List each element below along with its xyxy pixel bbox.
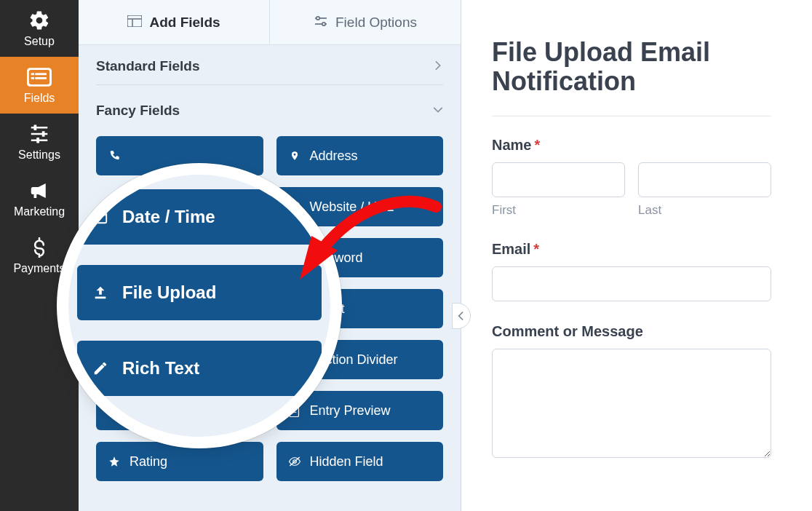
divider-icon [288, 353, 301, 366]
tile-label: Rating [130, 454, 167, 470]
sidebar-item-settings[interactable]: Settings [0, 114, 79, 170]
sidebar-item-setup[interactable]: Setup [0, 0, 79, 57]
star-icon [108, 455, 121, 468]
svg-rect-5 [35, 77, 47, 79]
chevron-down-icon [433, 103, 443, 119]
field-tile-layout[interactable]: Layout [276, 289, 444, 328]
field-tile-hidden[interactable]: Hidden Field [276, 442, 444, 481]
form-preview: File Upload Email Notification Name* Fir… [461, 0, 812, 511]
grid-icon [127, 15, 142, 31]
tab-label: Add Fields [149, 15, 220, 31]
tile-label: Hidden Field [310, 454, 383, 470]
sidebar-item-payments[interactable]: Payments [0, 227, 79, 284]
field-tile-password[interactable]: Password [276, 238, 444, 277]
sublabel-first: First [492, 203, 625, 218]
group-fancy-fields[interactable]: Fancy Fields [96, 90, 443, 129]
label-comment: Comment or Message [492, 323, 771, 340]
tile-label: Password [288, 250, 363, 266]
form-title: File Upload Email Notification [492, 38, 771, 97]
group-standard-fields[interactable]: Standard Fields [96, 45, 443, 84]
sidebar-item-label: Marketing [14, 205, 65, 218]
gear-icon [27, 10, 52, 31]
eye-off-icon [288, 455, 301, 468]
svg-rect-6 [31, 127, 48, 129]
sublabel-last: Last [638, 203, 771, 218]
builder-sidebar: Setup Fields Settings Marketing Payments [0, 0, 79, 511]
sliders-icon [27, 124, 52, 144]
code-icon [108, 404, 121, 417]
svg-rect-2 [31, 73, 34, 75]
tile-label: Address [310, 148, 358, 164]
pin-icon [288, 149, 301, 162]
sidebar-item-fields[interactable]: Fields [0, 57, 79, 114]
required-indicator: * [534, 137, 540, 153]
svg-rect-7 [31, 133, 48, 135]
tab-add-fields[interactable]: Add Fields [79, 0, 269, 44]
field-tile-entry-preview[interactable]: Entry Preview [276, 391, 444, 430]
svg-point-18 [322, 22, 325, 25]
input-first-name[interactable] [492, 162, 625, 197]
field-tile-html[interactable]: HTML [96, 391, 263, 430]
sidebar-item-marketing[interactable]: Marketing [0, 170, 79, 227]
svg-rect-10 [42, 131, 45, 137]
sidebar-item-label: Payments [13, 262, 65, 275]
sidebar-item-label: Setup [24, 35, 55, 48]
list-icon [27, 67, 52, 87]
svg-rect-12 [127, 15, 142, 27]
tile-label: Section Divider [310, 352, 398, 368]
input-last-name[interactable] [638, 162, 771, 197]
input-email[interactable] [492, 266, 771, 301]
sliders-icon [314, 15, 328, 31]
tile-label: Website / URL [310, 199, 394, 215]
field-tile-url[interactable]: Website / URL [276, 187, 444, 226]
group-label: Standard Fields [96, 58, 200, 74]
label-name: Name* [492, 137, 771, 154]
field-tile-address[interactable]: Address [276, 136, 444, 175]
field-tile-phone[interactable]: Phone [96, 136, 263, 175]
dollar-icon [27, 237, 52, 258]
tile-label: HTML [130, 403, 165, 419]
tile-label: Layout [288, 301, 345, 317]
tab-label: Field Options [335, 15, 417, 31]
svg-point-17 [317, 16, 319, 19]
field-tile-rating[interactable]: Rating [96, 442, 263, 481]
textarea-comment[interactable] [492, 349, 771, 458]
svg-rect-9 [34, 125, 37, 131]
tab-field-options[interactable]: Field Options [269, 0, 461, 44]
phone-icon [108, 149, 121, 162]
bullhorn-icon [27, 181, 52, 201]
required-indicator: * [533, 241, 539, 257]
sidebar-item-label: Fields [24, 92, 55, 105]
svg-rect-3 [35, 73, 47, 75]
svg-rect-4 [31, 77, 34, 79]
field-tile-section-divider[interactable]: Section Divider [276, 340, 444, 379]
link-icon [288, 200, 301, 213]
tile-label: Entry Preview [310, 403, 391, 419]
panel-tabs: Add Fields Field Options [79, 0, 461, 45]
group-label: Fancy Fields [96, 103, 180, 119]
fields-panel: Add Fields Field Options Standard Fields… [79, 0, 461, 511]
sidebar-item-label: Settings [18, 148, 60, 162]
chevron-right-icon [433, 58, 443, 74]
svg-rect-11 [36, 138, 39, 143]
fields-grid: Phone Address Date / Time Website / URL … [96, 129, 443, 481]
label-email: Email* [492, 241, 771, 258]
document-icon [288, 404, 301, 417]
